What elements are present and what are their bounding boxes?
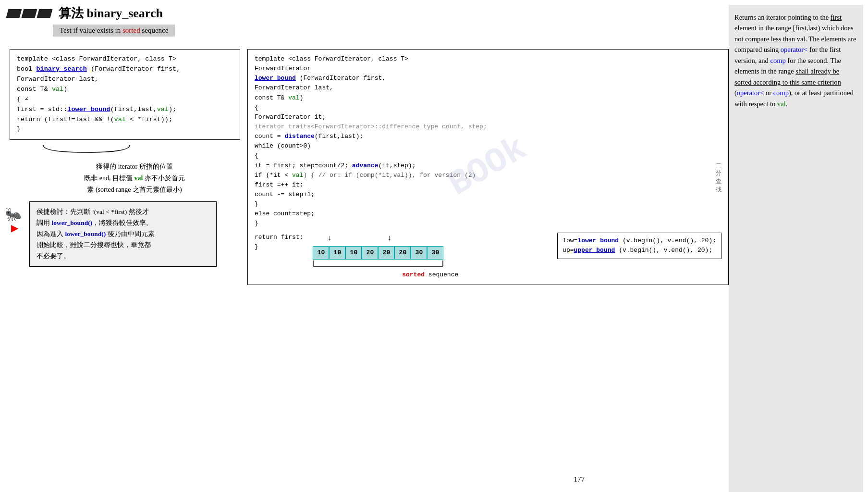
rp-val: val: [777, 100, 786, 108]
cc-line18: }: [255, 219, 714, 228]
lc-line6: first = std::lower_bound(first,last,val)…: [17, 105, 233, 115]
lower-bound-box: low=lower_bound (v.begin(), v.end(), 20)…: [557, 233, 721, 260]
subtitle-highlight: sorted: [122, 26, 140, 34]
vl-2: 分: [716, 170, 721, 178]
lb-line2: up=upper_bound (v.begin(), v.end(), 20);: [562, 246, 716, 256]
cell-4: 20: [378, 246, 394, 260]
left-code-box: template <class ForwardIterator, class T…: [10, 49, 240, 140]
stripe-1: [6, 9, 22, 18]
stripe-2: [22, 9, 37, 18]
sorted-label: sorted sequence: [313, 270, 548, 280]
rp-text1: Returns an iterator pointing to the: [734, 13, 831, 21]
cc-line15: count -= step+1;: [255, 190, 714, 199]
cc-line19: return first;: [255, 233, 303, 242]
cc-line11: {: [255, 151, 721, 161]
ann-line2: 既非 end, 目標值 val 亦不小於首元: [29, 173, 240, 184]
lc-line5: { ∠: [17, 95, 233, 105]
vl-3: 查: [716, 178, 721, 186]
annotation-area: 獲得的 iterator 所指的位置 既非 end, 目標值 val 亦不小於首…: [29, 161, 240, 195]
subtitle-bar: Test if value exists in sorted sequence: [53, 25, 175, 37]
page-title: 算法 binary_search: [59, 5, 163, 22]
cc-line16: }: [255, 199, 714, 209]
blb-line1: 侯捷檢討：先判斷 !(val < *first) 然後才: [37, 207, 209, 218]
cc-line17: else count=step;: [255, 209, 714, 219]
blb-line3: 因為進入 lower_bound() 後乃由中間元素: [37, 229, 209, 240]
cc-line4: ForwardIterator last,: [255, 83, 721, 93]
lc-line4: const T& val): [17, 85, 233, 95]
subtitle-text: Test if value exists in: [60, 26, 122, 34]
cc-line10: while (count>0): [255, 141, 721, 151]
array-bracket: [313, 260, 443, 268]
page-number: 177: [574, 475, 585, 484]
cc-line3: lower_bound (ForwardIterator first,: [255, 74, 721, 83]
stripe-3: [37, 9, 53, 18]
cc-line8: iterator_traits<ForwardIterator>::differ…: [255, 122, 721, 132]
arrow-down-2: ↓: [387, 233, 392, 245]
center-code-box: BOOk template <class ForwardIterator, cl…: [247, 49, 729, 285]
lb-line1: low=lower_bound (v.begin(), v.end(), 20)…: [562, 236, 716, 246]
cc-line9: count = distance(first,last);: [255, 132, 721, 141]
rp-op2: operator<: [737, 89, 764, 97]
binary-search-func: binary_search: [37, 65, 87, 73]
array-sequence: 10 10 10 20 20 20 30 30: [313, 246, 548, 260]
ant-icon: 🐜: [5, 206, 22, 222]
cc-line12: it = first; step=count/2; advance(it,ste…: [255, 161, 714, 171]
ann-line3: 素 (sorted range 之首元素值最小): [29, 184, 240, 196]
lc-line1: template <class ForwardIterator, class T…: [17, 54, 233, 64]
cc-line14: first =++ it;: [255, 180, 714, 190]
rp-operator-less: operator<: [781, 46, 808, 53]
blb-line2: 調用 lower_bound()，將獲得較佳效率。: [37, 218, 209, 229]
cc-line7: ForwardIterator it;: [255, 112, 721, 122]
cc-line6: {: [255, 103, 721, 112]
header: 算法 binary_search: [5, 5, 729, 22]
ann-line1: 獲得的 iterator 所指的位置: [29, 161, 240, 173]
rp-comp: comp: [770, 57, 786, 64]
logo-stripes: [7, 9, 51, 18]
rp-sorted: shall already be sorted according to thi…: [734, 67, 841, 86]
cell-5: 20: [394, 246, 411, 260]
cc-line13: if (*it < val) { // or: if (comp(*it,val…: [255, 171, 714, 180]
cell-1: 10: [329, 246, 345, 260]
red-triangle: ▶: [11, 222, 18, 234]
brace-svg: [38, 143, 134, 157]
cc-line2: ForwardIterator: [255, 64, 721, 74]
subtitle-end: sequence: [140, 26, 169, 34]
sorted-highlight: sorted: [402, 271, 425, 278]
cc-line20: }: [255, 242, 303, 252]
sorted-suffix: sequence: [425, 271, 458, 278]
blb-line4: 開始比較，雖說二分搜尋也快，畢竟都: [37, 240, 209, 251]
blb-line5: 不必要了。: [37, 251, 209, 262]
lc-line8: }: [17, 124, 233, 135]
cc-line5: const T& val): [255, 93, 721, 103]
right-panel: Returns an iterator pointing to the firs…: [729, 5, 863, 492]
lc-line2: bool binary_search (ForwardIterator firs…: [17, 64, 233, 75]
arrow-down-1: ↓: [327, 233, 332, 245]
lc-line3: ForwardIterator last,: [17, 75, 233, 85]
cc-line1: template <class ForwardIterator, class T…: [255, 54, 721, 64]
cell-0: 10: [313, 246, 329, 260]
lc-line7: return (first!=last && !(val < *first));: [17, 115, 233, 125]
cell-3: 20: [362, 246, 378, 260]
cell-2: 10: [345, 246, 362, 260]
vl-1: 二: [716, 162, 721, 170]
bottom-left-box: 侯捷檢討：先判斷 !(val < *first) 然後才 調用 lower_bo…: [29, 201, 217, 267]
cell-7: 30: [427, 246, 443, 260]
rp-comp2: comp: [773, 89, 789, 97]
vl-4: 找: [716, 186, 721, 194]
cell-6: 30: [411, 246, 427, 260]
